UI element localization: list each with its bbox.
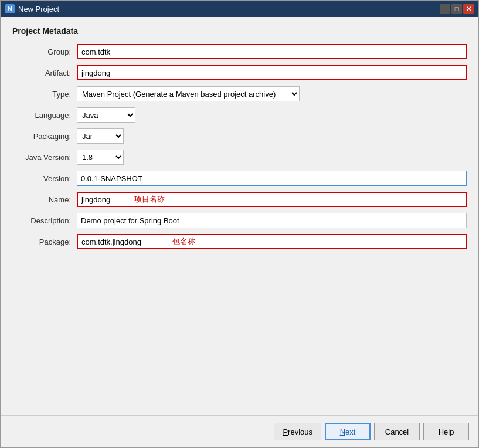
- maximize-button[interactable]: □: [451, 4, 462, 14]
- title-bar: N New Project ─ □ ✕: [1, 1, 478, 17]
- name-input[interactable]: [77, 192, 467, 207]
- cancel-button[interactable]: Cancel: [374, 423, 420, 440]
- content-area: Project Metadata Group: Artifact: Type: …: [1, 17, 478, 415]
- language-select[interactable]: Java Kotlin Groovy: [77, 107, 135, 123]
- type-label: Type:: [12, 90, 77, 99]
- language-label: Language:: [12, 111, 77, 120]
- help-label: Help: [439, 427, 454, 436]
- next-label: Next: [340, 427, 356, 436]
- language-row: Language: Java Kotlin Groovy: [12, 107, 467, 123]
- cancel-label: Cancel: [385, 427, 409, 436]
- bottom-bar: Previous Next Cancel Help: [1, 415, 478, 447]
- packaging-label: Packaging:: [12, 132, 77, 141]
- group-input[interactable]: [77, 44, 467, 59]
- name-row: Name: 项目名称: [12, 192, 467, 207]
- previous-label: Previous: [283, 427, 312, 436]
- app-icon: N: [5, 4, 15, 13]
- artifact-label: Artifact:: [12, 69, 77, 77]
- window-controls: ─ □ ✕: [440, 4, 474, 14]
- close-button[interactable]: ✕: [463, 4, 474, 14]
- description-label: Description:: [12, 216, 77, 225]
- section-title: Project Metadata: [12, 26, 467, 36]
- type-select[interactable]: Maven Project (Generate a Maven based pr…: [77, 86, 300, 101]
- java-version-row: Java Version: 1.8 11 17: [12, 150, 467, 165]
- description-row: Description:: [12, 213, 467, 228]
- artifact-input[interactable]: [77, 65, 467, 80]
- group-row: Group:: [12, 44, 467, 59]
- java-version-select[interactable]: 1.8 11 17: [77, 150, 124, 165]
- previous-button[interactable]: Previous: [274, 423, 321, 440]
- version-label: Version:: [12, 174, 77, 183]
- description-input[interactable]: [77, 213, 467, 228]
- next-button[interactable]: Next: [325, 423, 371, 440]
- version-row: Version:: [12, 171, 467, 186]
- group-label: Group:: [12, 47, 77, 56]
- type-row: Type: Maven Project (Generate a Maven ba…: [12, 86, 467, 101]
- name-label: Name:: [12, 195, 77, 204]
- new-project-window: N New Project ─ □ ✕ Project Metadata Gro…: [0, 0, 479, 448]
- window-title: New Project: [18, 5, 59, 13]
- package-label: Package:: [12, 237, 77, 246]
- content-spacer: [12, 255, 467, 406]
- help-button[interactable]: Help: [423, 423, 469, 440]
- package-row: Package: 包名称: [12, 234, 467, 249]
- packaging-select[interactable]: Jar War: [77, 128, 124, 144]
- packaging-row: Packaging: Jar War: [12, 128, 467, 144]
- title-bar-left: N New Project: [5, 4, 59, 13]
- package-input[interactable]: [77, 234, 467, 249]
- version-input[interactable]: [77, 171, 467, 186]
- artifact-row: Artifact:: [12, 65, 467, 80]
- minimize-button[interactable]: ─: [440, 4, 450, 14]
- java-version-label: Java Version:: [12, 153, 77, 162]
- form-container: Group: Artifact: Type: Maven Project (Ge…: [12, 44, 467, 255]
